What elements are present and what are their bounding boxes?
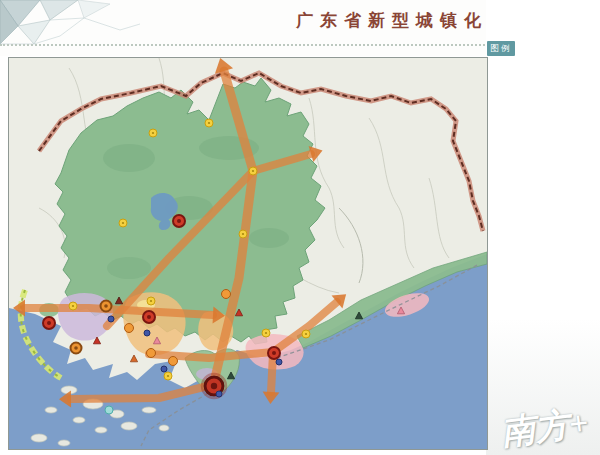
marker-blue — [108, 316, 114, 322]
watermark-nanfang-plus: 南方+ — [498, 400, 590, 455]
marker-ring-orange — [74, 346, 78, 350]
map-image — [8, 57, 488, 450]
marker-blue — [216, 391, 222, 397]
marker-yellow — [150, 300, 152, 302]
marker-yellow — [305, 333, 307, 335]
marker-blue — [276, 359, 282, 365]
marker-yellow — [208, 122, 210, 124]
marker-yellow — [72, 305, 74, 307]
legend-tab: 图例 — [487, 41, 515, 56]
marker-ring-red — [47, 321, 51, 325]
marker-ring-red — [177, 219, 181, 223]
marker-tri-orange — [130, 355, 137, 362]
marker-yellow — [152, 132, 154, 134]
marker-yellow — [167, 375, 169, 377]
marker-blue — [144, 330, 150, 336]
marker-ring-orange — [104, 304, 108, 308]
marker-orange — [169, 357, 178, 366]
marker-ring-red — [272, 351, 276, 355]
marker-ring-red-lg — [211, 383, 217, 389]
marker-ring-red — [147, 315, 151, 319]
marker-teal — [105, 406, 113, 414]
marker-yellow — [242, 233, 244, 235]
marker-orange — [222, 290, 231, 299]
map-canvas — [9, 58, 487, 449]
marker-orange — [125, 324, 134, 333]
marker-yellow — [122, 222, 124, 224]
marker-blue — [161, 366, 167, 372]
marker-orange — [147, 349, 156, 358]
legend-panel: 深莞惠+河源、汕尾 大都市区空间发展规划图 区域绿地转型提质发展地区产城融合发展… — [486, 0, 600, 455]
marker-yellow — [252, 170, 254, 172]
marker-yellow — [265, 332, 267, 334]
